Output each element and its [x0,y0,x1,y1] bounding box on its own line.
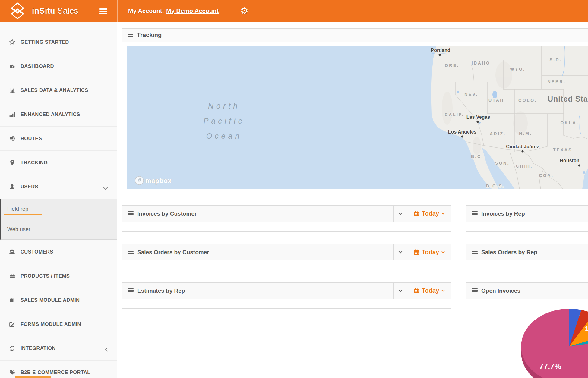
widget-header: Open Invoices [466,282,588,299]
brand-block: inSitu Sales [0,0,118,22]
widget-header: Invoices by Customer Today [122,205,451,222]
sidebar-item-getting-started[interactable]: GETTING STARTED [0,30,117,54]
account-label: My Account: [128,8,164,14]
submenu-item-web-user[interactable]: Web user [1,219,117,239]
panel-menu-icon[interactable] [472,211,478,216]
panel-menu-icon[interactable] [128,250,134,255]
sales-orders-by-customer-widget: Sales Orders by Customer Today [122,244,451,270]
map-state-label: SON. [495,161,510,165]
sidebar-item-integration[interactable]: INTEGRATION [0,336,117,360]
map-state-label: CHIH. [516,164,533,169]
sidebar-item-label: INTEGRATION [21,345,56,351]
map-city-label: Las Vegas [466,115,490,120]
date-range-selector[interactable]: Today [407,206,451,222]
gear-icon: ⚙ [240,6,248,15]
sidebar-item-forms-module-admin[interactable]: FORMS MODULE ADMIN [0,312,117,336]
sidebar-item-users[interactable]: USERS [0,175,117,199]
pie-data-label-pink: 77.7% [539,362,561,371]
brand-wordmark: inSitu Sales [32,6,78,16]
widget-body-empty [122,299,451,309]
collapse-button[interactable] [393,283,407,299]
sidebar-toggle-hamburger-icon[interactable] [99,8,107,15]
settings-button[interactable]: ⚙ [233,0,256,22]
map-state-label: ARIZ. [490,131,506,136]
globe-icon [8,135,16,142]
widget-header: Sales Orders by Customer Today [122,244,451,260]
sidebar-item-customers[interactable]: CUSTOMERS [0,240,117,264]
pie-data-label-orange: 1 [585,325,588,332]
date-range-label: Today [422,210,439,217]
panel-menu-icon[interactable] [128,211,134,216]
map-ocean-label-line3: Ocean [206,132,242,140]
map-ocean-label-line2: Pacific [204,117,245,125]
sidebar-item-label: USERS [21,184,38,190]
panel-title: Tracking [137,32,162,39]
sidebar-item-sales-module-admin[interactable]: SALES MODULE ADMIN [0,288,117,312]
date-range-selector[interactable]: Today [407,283,451,299]
sidebar-nav: GETTING STARTED DASHBOARD SALES DATA & A… [0,22,117,378]
briefcase-icon [8,297,16,303]
chevron-down-icon [398,212,403,215]
star-icon [8,39,16,45]
sales-orders-by-rep-widget: Sales Orders by Rep [466,244,588,270]
map-country-label: United States [548,95,588,103]
map-state-label: B.C. [471,154,484,159]
chevron-down-icon [441,251,445,253]
brand-light: Sales [58,6,78,15]
sidebar-item-label: DASHBOARD [21,63,54,69]
pencil-square-icon [8,321,16,327]
top-header-bar: inSitu Sales My Account: My Demo Account… [0,0,588,22]
sidebar-item-tracking[interactable]: TRACKING [0,150,117,175]
map-state-label: NEBR. [547,79,566,84]
main-content: Tracking [118,22,588,378]
sidebar-item-dashboard[interactable]: DASHBOARD [0,54,117,78]
active-underline [4,214,42,215]
map-city-label: Portland [431,48,450,53]
svg-text:mapbox: mapbox [145,177,172,184]
sidebar-item-b2b-ecommerce-portal[interactable]: B2B E-COMMERCE PORTAL [0,360,117,378]
submenu-item-label: Web user [7,226,30,233]
open-invoices-chart-body: 77.7% 1 [466,299,588,378]
users-submenu: Field rep Web user [0,199,117,240]
date-range-label: Today [422,287,439,294]
map-state-label: IDAHO [472,61,491,65]
chevron-down-icon [398,251,403,254]
sidebar-item-enhanced-analytics[interactable]: ENHANCED ANALYTICS [0,102,117,126]
widget-body-empty [122,222,451,232]
open-invoices-pie-chart: 77.7% 1 [521,309,588,378]
brand-bold: inSitu [32,6,55,15]
tracking-panel: Tracking [122,28,588,194]
date-range-selector[interactable]: Today [407,244,451,260]
widget-title: Estimates by Rep [137,288,185,294]
panel-menu-icon[interactable] [472,288,478,293]
map-state-label: S.D. [549,57,562,62]
open-invoices-widget: Open Invoices [466,282,588,378]
panel-menu-icon[interactable] [472,250,478,255]
collapse-button[interactable] [393,244,407,260]
chevron-down-icon [103,186,108,191]
insitu-logo-icon [8,2,27,20]
panel-menu-icon[interactable] [128,288,134,293]
map-state-label: ORE. [445,63,459,68]
sidebar-item-routes[interactable]: ROUTES [0,126,117,150]
account-link[interactable]: My Demo Account [166,8,219,14]
sidebar-item-label: FORMS MODULE ADMIN [21,321,81,327]
tags-icon [8,369,16,376]
map-ocean-label-line1: North [208,102,240,110]
tracking-map[interactable]: North Pacific Ocean ORE. IDAHO WYO. S.D.… [127,46,588,189]
sidebar-item-products-items[interactable]: PRODUCTS / ITEMS [0,264,117,288]
map-state-label: N.M. [519,131,532,136]
map-canvas: North Pacific Ocean ORE. IDAHO WYO. S.D.… [127,46,588,189]
active-underline [15,376,51,378]
panel-menu-icon[interactable] [128,33,133,38]
collapse-button[interactable] [393,206,407,222]
map-city-label: Ciudad Juárez [506,144,539,149]
chevron-left-icon [105,347,108,353]
widget-header: Estimates by Rep Today [122,282,451,299]
submenu-item-field-rep[interactable]: Field rep [1,199,117,219]
mapbox-logo[interactable]: mapbox [135,176,172,185]
sidebar-item-sales-data-analytics[interactable]: SALES DATA & ANALYTICS [0,78,117,102]
sidebar-item-label: ROUTES [21,136,42,141]
widgets-column-left: Invoices by Customer Today [122,205,451,378]
dashboard-page: inSitu Sales My Account: My Demo Account… [0,0,588,378]
